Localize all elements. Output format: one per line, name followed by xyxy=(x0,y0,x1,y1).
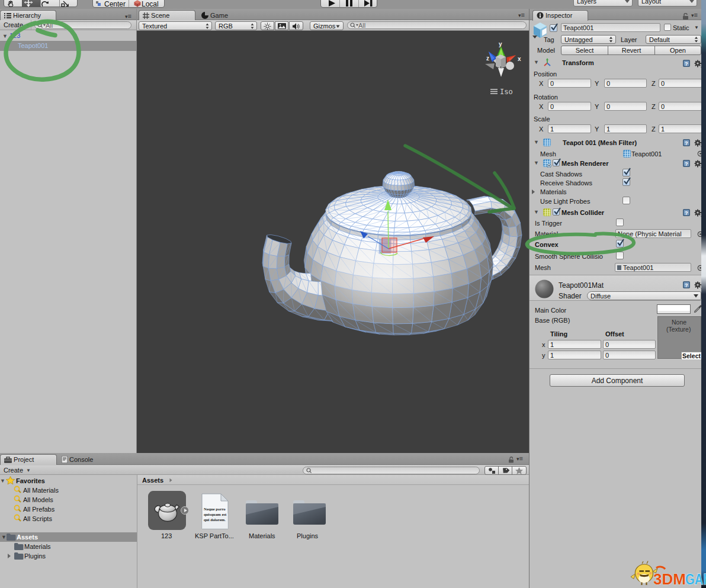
svg-text:?: ? xyxy=(685,161,688,167)
svg-text:?: ? xyxy=(685,140,688,146)
svg-text:y: y xyxy=(499,41,502,47)
svg-text:x: x xyxy=(518,56,521,62)
svg-text:?: ? xyxy=(685,210,688,216)
svg-text:GAME: GAME xyxy=(685,571,706,588)
svg-text:Iso: Iso xyxy=(500,88,513,97)
svg-text:?: ? xyxy=(685,282,688,288)
svg-text:3DM: 3DM xyxy=(653,570,686,588)
svg-text:?: ? xyxy=(685,61,688,67)
svg-text:z: z xyxy=(486,55,489,62)
